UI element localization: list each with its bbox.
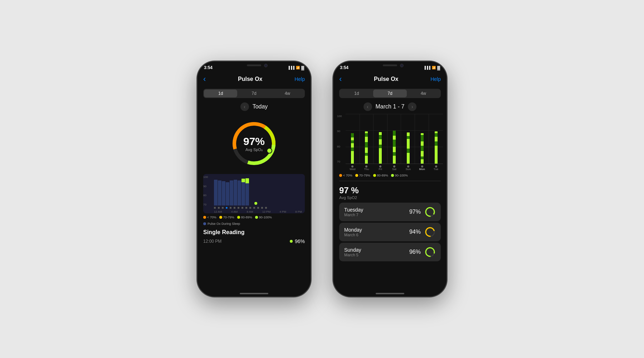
right-tuesday-card[interactable]: Tuesday March 7 97% <box>339 203 441 221</box>
td8 <box>241 207 243 209</box>
vl5 <box>415 114 415 164</box>
bar-4 <box>226 182 229 205</box>
rlt70-dot <box>339 174 342 177</box>
left-chart-bars <box>214 177 302 205</box>
left-segment-1d[interactable]: 1d <box>204 90 237 97</box>
battery-icon: ▓ <box>301 66 304 70</box>
rl90100-label: 90-100% <box>395 174 408 177</box>
bar-7 <box>238 180 241 205</box>
sat-col <box>387 114 401 164</box>
rx-sat: Sat <box>387 168 401 171</box>
right-legend: < 70% 70-79% 80-89% 90-100% <box>333 171 447 179</box>
tue-bar <box>435 131 438 164</box>
td1 <box>214 207 216 209</box>
right-legend-90-100: 90-100% <box>391 174 408 177</box>
ry-70: 70 <box>337 160 345 163</box>
sun-bar <box>407 132 410 164</box>
signal-icon: ▐▐▐ <box>288 66 294 69</box>
right-notch <box>369 62 411 72</box>
right-prev-button[interactable]: ‹ <box>364 102 372 111</box>
tuesday-info: Tuesday March 7 <box>344 207 363 217</box>
left-nav-title: Pulse Ox <box>238 76 262 82</box>
right-sunday-card[interactable]: Sunday March 5 96% <box>339 243 441 261</box>
left-segment-7d[interactable]: 7d <box>237 90 270 97</box>
rx-sun: Sun <box>401 168 415 171</box>
tuesday-date: March 7 <box>344 213 363 217</box>
vl3 <box>387 114 387 164</box>
wed-dip2 <box>351 140 354 143</box>
l7079-dot <box>219 216 222 219</box>
left-back-button[interactable]: ‹ <box>203 74 206 84</box>
thu-dip2 <box>365 142 368 147</box>
right-chart-container: 100 90 80 70 <box>337 114 443 171</box>
td7 <box>238 207 239 209</box>
tuesday-gauge <box>424 206 436 218</box>
rx-fri: Fri <box>374 168 387 171</box>
left-gauge-center: 97% Avg SpO₂ <box>243 135 265 152</box>
right-chart-inner: 100 90 80 70 <box>337 114 443 164</box>
left-help-button[interactable]: Help <box>294 76 305 82</box>
vl2 <box>373 114 374 164</box>
left-home-indicator <box>240 293 268 294</box>
wed-dip1 <box>351 133 354 137</box>
notch <box>233 62 275 72</box>
monday-date: March 6 <box>344 233 362 237</box>
left-status-icons: ▐▐▐ 📶 ▓ <box>288 66 304 70</box>
right-date-nav: ‹ March 1 - 7 › <box>333 100 447 113</box>
lx-12am: 12 AM <box>214 210 222 213</box>
sat-dip2 <box>393 140 396 147</box>
l7079-label: 70-79% <box>223 216 234 219</box>
l8089-dot <box>237 216 240 219</box>
monday-pct: 94% <box>409 229 421 235</box>
monday-right: 94% <box>409 226 436 238</box>
left-segment-4w[interactable]: 4w <box>271 90 304 97</box>
tue-dip2 <box>435 141 438 146</box>
right-back-button[interactable]: ‹ <box>339 74 342 84</box>
reading-dot-marker <box>254 202 257 205</box>
right-segment-1d[interactable]: 1d <box>340 90 373 97</box>
td3 <box>222 207 224 209</box>
thu-dip1 <box>365 133 368 137</box>
sunday-name: Sunday <box>344 247 361 253</box>
right-segment-7d[interactable]: 7d <box>373 90 406 97</box>
sunday-info: Sunday March 5 <box>344 247 361 257</box>
bar-group-8 <box>241 177 245 205</box>
left-reading-dot <box>290 240 293 243</box>
left-gauge-value: 97% <box>243 135 265 147</box>
left-status-time: 3:54 <box>204 65 213 70</box>
sunday-pct: 96% <box>409 249 421 255</box>
right-wifi-icon: 📶 <box>432 66 436 69</box>
right-status-icons: ▐▐▐ 📶 ▓ <box>424 66 440 70</box>
bar-blue-2 <box>245 183 249 205</box>
fri-col <box>374 114 387 164</box>
bar-3 <box>222 181 225 205</box>
tuesday-pct: 97% <box>409 209 421 215</box>
svg-point-6 <box>424 206 436 218</box>
lx-8pm: 8 PM <box>295 210 302 213</box>
right-segment-4w[interactable]: 4w <box>407 90 440 97</box>
vl1 <box>360 114 360 164</box>
wed-col <box>346 114 359 164</box>
right-phone: 3:54 ▐▐▐ 📶 ▓ ‹ Pulse Ox Help 1d 7d 4w ‹ … <box>333 61 447 297</box>
right-monday-card[interactable]: Monday March 6 94% <box>339 223 441 241</box>
bar-blue-1 <box>241 182 245 205</box>
td13 <box>261 207 263 209</box>
right-legend-lt70: < 70% <box>339 174 352 177</box>
td10 <box>249 207 251 209</box>
sunday-gauge <box>424 246 436 258</box>
left-date-nav: ‹ Today <box>197 100 311 113</box>
rl8089-dot <box>373 174 376 177</box>
left-date-label: Today <box>253 103 268 110</box>
sun-dip2 <box>407 149 410 153</box>
right-signal-icon: ▐▐▐ <box>424 66 430 69</box>
right-next-button[interactable]: › <box>408 102 416 111</box>
rl90100-dot <box>391 174 394 177</box>
right-help-button[interactable]: Help <box>430 76 441 82</box>
thu-dip3 <box>365 153 368 156</box>
mon-col <box>416 114 429 164</box>
right-notch-camera <box>400 64 404 67</box>
right-avg-value: 97 % <box>339 185 441 195</box>
left-prev-button[interactable]: ‹ <box>240 102 249 111</box>
left-gauge-wrap: 97% Avg SpO₂ <box>227 117 281 170</box>
sun-col <box>402 114 415 164</box>
